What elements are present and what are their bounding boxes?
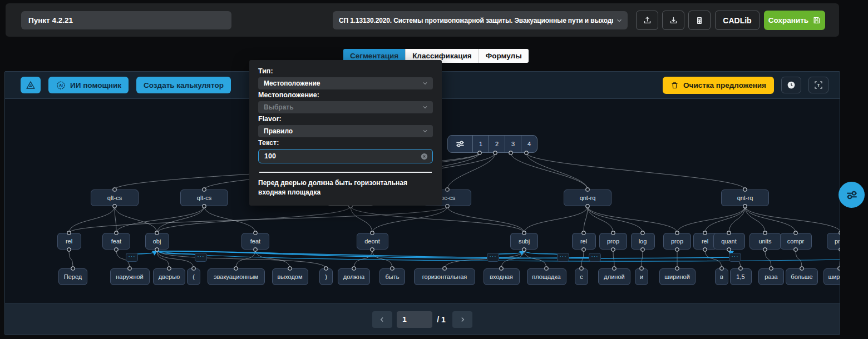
sentence-preview: Перед дверью должна быть горизонтальная … [258, 178, 410, 198]
type-node[interactable]: qlt-cs [91, 190, 139, 206]
role-node[interactable]: obj [145, 233, 169, 250]
word-node[interactable]: длиной [598, 268, 630, 285]
text-label: Текст: [258, 139, 433, 147]
word-node[interactable]: Перед [58, 268, 87, 285]
role-node[interactable]: deont [357, 233, 388, 250]
role-node[interactable]: compr [780, 233, 812, 250]
dots-connector-node[interactable]: ··· [487, 253, 499, 262]
save-button-label: Сохранить [768, 16, 808, 24]
word-node[interactable]: площадка [527, 268, 566, 285]
chevron-down-icon [615, 17, 623, 24]
dots-connector-node[interactable]: ··· [557, 253, 569, 262]
segment-cell[interactable]: 1 [472, 136, 489, 152]
location-label: Местоположение: [258, 91, 433, 99]
flavor-select-value: Правило [264, 127, 422, 135]
type-select[interactable]: Местоположение [258, 77, 433, 89]
graph-settings-float-button[interactable] [839, 182, 865, 208]
word-node[interactable]: наружной [110, 268, 150, 285]
word-node[interactable]: дверью [153, 268, 185, 285]
role-node[interactable]: feat [241, 233, 269, 250]
segment-selector[interactable]: 1234 [447, 135, 537, 153]
page-input[interactable]: 1 [397, 311, 432, 328]
word-node[interactable]: должна [338, 268, 370, 285]
dots-connector-node[interactable]: ··· [729, 253, 741, 262]
download-icon [669, 16, 678, 25]
document-select[interactable]: СП 1.13130.2020. Системы противопожарной… [333, 11, 628, 29]
word-node[interactable]: горизонтальная [414, 268, 475, 285]
role-node[interactable]: log [631, 233, 655, 250]
role-node[interactable]: prop [663, 233, 691, 250]
dots-connector-node[interactable]: ··· [589, 253, 601, 262]
type-node[interactable]: qnt-rq [564, 190, 611, 206]
dots-connector-node[interactable]: ··· [126, 253, 138, 262]
prev-page-button[interactable] [372, 311, 392, 328]
word-node[interactable]: ( [187, 268, 200, 285]
upload-icon [643, 16, 652, 25]
role-node[interactable]: rel [572, 233, 596, 250]
role-node[interactable]: prop [599, 233, 627, 250]
sliders-icon [448, 136, 472, 152]
sliders-icon [845, 188, 859, 202]
location-select[interactable]: Выбрать [258, 101, 433, 113]
word-node[interactable]: в [715, 268, 728, 285]
hazard-button[interactable] [21, 77, 41, 93]
word-node[interactable]: входная [484, 268, 520, 285]
word-node[interactable]: и [635, 268, 648, 285]
save-icon [812, 16, 821, 24]
flavor-label: Flavor: [258, 115, 433, 123]
chevron-down-icon [422, 104, 428, 111]
history-clock-icon [786, 80, 796, 90]
word-node[interactable]: выходом [272, 268, 308, 285]
tab-formulas[interactable]: Формулы [479, 49, 529, 63]
popup-divider [259, 172, 432, 173]
calculator-button[interactable] [688, 11, 711, 30]
word-node[interactable]: шириной [659, 268, 696, 285]
word-node[interactable]: ширины [823, 268, 840, 285]
clear-icon[interactable] [420, 152, 428, 161]
create-calculator-button[interactable]: Создать калькулятор [136, 77, 231, 93]
role-node[interactable]: feat [102, 233, 130, 250]
role-node[interactable]: units [749, 233, 781, 250]
flavor-select[interactable]: Правило [258, 125, 433, 137]
role-node[interactable]: prop [827, 233, 840, 250]
chevron-down-icon [422, 128, 428, 134]
item-number-input[interactable]: Пункт 4.2.21 [21, 11, 231, 29]
text-input[interactable]: 100 [258, 149, 433, 163]
segment-cell[interactable]: 3 [505, 136, 521, 152]
ai-badge-icon: AI [56, 80, 66, 91]
cadlib-button[interactable]: CADLib [715, 11, 760, 30]
export-button[interactable] [636, 11, 658, 30]
text-select-button[interactable]: T [808, 77, 828, 93]
role-node[interactable]: subj [510, 233, 538, 250]
svg-text:AI: AI [59, 83, 63, 87]
page-total-label: / 1 [437, 315, 446, 324]
type-node[interactable]: qnt-rq [721, 190, 769, 206]
word-node[interactable]: раза [758, 268, 784, 285]
chevron-down-icon [422, 80, 428, 87]
top-toolbar: Пункт 4.2.21 СП 1.13130.2020. Системы пр… [6, 3, 839, 37]
import-button[interactable] [662, 11, 684, 30]
type-label: Тип: [258, 67, 433, 75]
svg-text:T: T [817, 83, 820, 88]
history-button[interactable] [781, 77, 801, 93]
role-node[interactable]: rel [57, 233, 81, 250]
clear-sentence-button[interactable]: Очистка предложения [663, 77, 774, 94]
word-node[interactable]: быть [379, 268, 405, 285]
next-page-button[interactable] [452, 311, 472, 328]
word-node[interactable]: больше [786, 268, 818, 285]
ai-assistant-button[interactable]: AI ИИ помощник [48, 77, 129, 93]
segment-cell[interactable]: 4 [521, 136, 537, 152]
word-node[interactable]: эвакуационным [208, 268, 265, 285]
clear-sentence-label: Очистка предложения [683, 81, 766, 89]
word-node[interactable]: 1,5 [730, 268, 752, 285]
type-node[interactable]: qlt-cs [180, 190, 228, 206]
word-node[interactable]: ) [319, 268, 333, 285]
ai-assistant-label: ИИ помощник [70, 81, 121, 89]
segment-cell[interactable]: 2 [489, 136, 505, 152]
pagination-bar: 1 / 1 [5, 303, 840, 335]
dots-connector-node[interactable]: ··· [195, 253, 207, 262]
role-node[interactable]: quant [713, 233, 745, 250]
word-node[interactable]: с [575, 268, 588, 285]
save-button[interactable]: Сохранить [764, 11, 825, 30]
chevron-right-icon [458, 316, 466, 323]
